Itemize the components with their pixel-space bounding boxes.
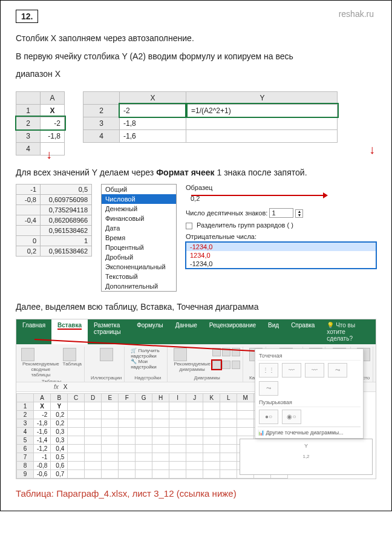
data-preview-table: -10,5 -0,80,609756098 0,735294118 -0,40,… — [16, 184, 92, 257]
instruction-line-2b: диапазон X — [16, 66, 376, 82]
task-number: 12. — [16, 10, 38, 23]
pivot-icon[interactable] — [21, 348, 34, 361]
autofill-arrow-icon: ↓ — [369, 143, 375, 157]
scatter-variant-icon[interactable]: ⤳ — [259, 381, 278, 396]
ribbon-group-charts[interactable]: Рекомендуемые диаграммы Диаграммы — [171, 347, 243, 382]
decimal-places-input[interactable]: 1 — [269, 208, 293, 218]
dropdown-header-bubble: Пузырьковая — [258, 398, 361, 407]
number-format-list[interactable]: Общий Числовой Денежный Финансовый Дата … — [101, 184, 177, 292]
chart-type-icon[interactable] — [232, 361, 240, 369]
format-option-fraction[interactable]: Дробный — [102, 252, 176, 262]
ribbon-group-illustrations[interactable]: Иллюстрации — [88, 347, 125, 382]
instruction-line-4: Далее, выделяем всю таблицу, Вставка, То… — [16, 299, 376, 315]
scatter-variant-icon[interactable]: 〰 — [282, 363, 301, 378]
format-option-general[interactable]: Общий — [102, 185, 176, 194]
chart-type-icon[interactable] — [222, 361, 230, 369]
illustrations-icon[interactable] — [100, 348, 113, 361]
autofill-arrow-icon: ↓ — [46, 148, 52, 162]
format-option-text[interactable]: Текстовый — [102, 272, 176, 281]
dropdown-header-scatter: Точечная — [258, 352, 361, 361]
format-option-accounting[interactable]: Финансовый — [102, 214, 176, 223]
bubble-variant-icon[interactable]: ◉○ — [282, 410, 301, 424]
tab-help[interactable]: Справка — [285, 319, 321, 344]
format-option-currency[interactable]: Денежный — [102, 204, 176, 214]
negative-numbers-label: Отрицательные числа: — [186, 233, 376, 240]
file-reference-link[interactable]: Таблица: Параграф_4.xlsx, лист 3_12 (ссы… — [16, 488, 376, 499]
decimal-spinner[interactable]: ▲▼ — [295, 209, 303, 218]
watermark-text: reshak.ru — [339, 9, 374, 19]
scatter-chart-icon[interactable] — [212, 361, 221, 369]
thousands-separator-checkbox[interactable] — [186, 223, 192, 229]
format-option-percent[interactable]: Процентный — [102, 243, 176, 252]
excel-ribbon: Главная Вставка Разметка страницы Формул… — [16, 319, 376, 479]
format-option-number[interactable]: Числовой — [102, 194, 176, 204]
format-option-custom[interactable]: Дополнительный — [102, 281, 176, 291]
scatter-variant-icon[interactable]: 〰 — [305, 363, 324, 378]
tab-review[interactable]: Рецензирование — [203, 319, 262, 344]
excel-snippet-1: A 1X 2-2 3-1,8 4 — [16, 91, 65, 155]
tab-data[interactable]: Данные — [169, 319, 203, 344]
bubble-variant-icon[interactable]: ●○ — [259, 410, 278, 424]
fx-icon[interactable]: fx — [54, 384, 59, 390]
scatter-variant-icon[interactable]: ⋮⋮ — [259, 363, 278, 378]
instruction-line-1: Столбик X заполняем через автозаполнение… — [16, 30, 376, 47]
ribbon-group-addins[interactable]: 🛒 Получить надстройки 🔧 Мои надстройки Н… — [128, 347, 168, 382]
embedded-chart[interactable]: Y 1,2 — [240, 439, 373, 475]
format-option-scientific[interactable]: Экспоненциальный — [102, 262, 176, 272]
instruction-line-3: Для всех значений Y делаем через Формат … — [16, 165, 376, 181]
negative-numbers-list[interactable]: -1234,0 1234,0 -1234,0 — [186, 242, 376, 269]
scatter-variant-icon[interactable]: ⤳ — [328, 363, 347, 378]
tab-page-layout[interactable]: Разметка страницы — [88, 319, 131, 344]
format-option-time[interactable]: Время — [102, 233, 176, 243]
thousands-separator-label: Разделитель групп разрядов ( ) — [197, 221, 293, 229]
more-scatter-link[interactable]: 📊 Другие точечные диаграммы... — [258, 427, 361, 436]
sample-label: Образец — [186, 184, 376, 191]
red-arrow-icon — [191, 195, 324, 196]
decimal-places-label: Число десятичных знаков: — [186, 209, 267, 217]
formula-value[interactable]: X — [64, 384, 68, 390]
instruction-line-2a: В первую ячейку столбика Y (А2) вводим ф… — [16, 48, 376, 65]
format-settings-panel: Образец 0,2 Число десятичных знаков: 1 ▲… — [186, 184, 376, 269]
tab-view[interactable]: Вид — [262, 319, 285, 344]
recommended-charts-icon[interactable] — [174, 348, 187, 361]
ribbon-group-tables[interactable]: Рекомендуемые сводные таблицы Таблица Та… — [19, 347, 85, 382]
scatter-chart-dropdown[interactable]: Точечная ⋮⋮ 〰 〰 ⤳ ⤳ Пузырьковая ●○ ◉○ 📊 … — [255, 348, 364, 439]
spinner-down-icon[interactable]: ▼ — [296, 214, 302, 217]
excel-snippet-formula: XY 2-2=1/(A2^2+1) 3-1,8 4-1,6 — [83, 91, 338, 143]
tab-formulas[interactable]: Формулы — [131, 319, 169, 344]
table-icon[interactable] — [63, 348, 76, 361]
format-option-date[interactable]: Дата — [102, 223, 176, 233]
